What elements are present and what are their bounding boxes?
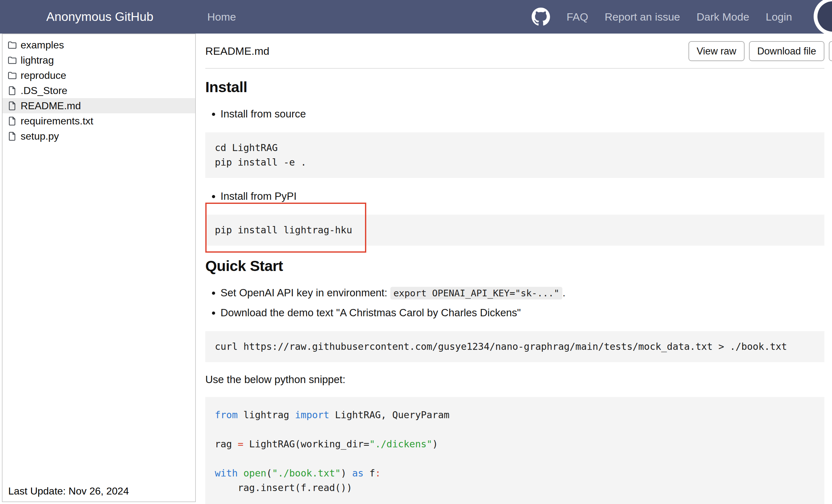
- app-title[interactable]: Anonymous GitHub: [46, 10, 153, 24]
- file-icon: [7, 116, 18, 126]
- python-code-line: from lightrag import LightRAG, QueryPara…: [215, 408, 815, 422]
- file-tree: exampleslightragreproduce.DS_StoreREADME…: [3, 34, 195, 144]
- nav-report-issue[interactable]: Report an issue: [604, 11, 680, 23]
- github-icon[interactable]: [531, 8, 550, 26]
- file-actions: View raw Download file: [688, 41, 824, 61]
- tree-item-setup.py[interactable]: setup.py: [3, 129, 195, 144]
- quickstart-heading: Quick Start: [205, 257, 824, 275]
- tree-item-label: lightrag: [21, 54, 54, 66]
- tree-item-label: README.md: [21, 100, 81, 112]
- python-code-line: rag.insert(f.read()): [215, 481, 815, 495]
- bullet-install-from-source: Install from source: [220, 107, 824, 121]
- cut-off-button[interactable]: [829, 41, 832, 61]
- view-raw-button[interactable]: View raw: [688, 41, 745, 61]
- file-icon: [7, 131, 18, 141]
- code-install-pypi: pip install lightrag-hku: [205, 215, 824, 246]
- nav-dark-mode[interactable]: Dark Mode: [697, 11, 749, 23]
- tree-item-label: .DS_Store: [21, 85, 68, 96]
- python-code-block: from lightrag import LightRAG, QueryPara…: [205, 397, 824, 504]
- file-title: README.md: [205, 45, 269, 57]
- tree-item-lightrag[interactable]: lightrag: [3, 53, 195, 68]
- code-curl-download: curl https://raw.githubusercontent.com/g…: [205, 331, 824, 362]
- file-icon: [7, 101, 18, 111]
- install-source-list: Install from source: [205, 107, 824, 121]
- folder-icon: [7, 55, 18, 65]
- pypi-code-wrap: pip install lightrag-hku: [205, 215, 824, 246]
- inline-code-export-api-key: export OPENAI_API_KEY="sk-...": [390, 287, 563, 300]
- header-divider: [205, 68, 824, 69]
- top-navbar: Anonymous GitHub Home FAQ Report an issu…: [0, 0, 832, 33]
- nav-faq[interactable]: FAQ: [567, 11, 588, 23]
- snippet-intro-text: Use the below python snippet:: [205, 373, 824, 386]
- last-update-label: Last Update: Nov 26, 2024: [8, 485, 129, 497]
- python-code-line: [215, 422, 815, 437]
- bullet-api-key: Set OpenAI API key in environment: expor…: [220, 286, 824, 300]
- install-heading: Install: [205, 78, 824, 95]
- bullet-install-from-pypi: Install from PyPI: [220, 189, 824, 203]
- python-code-line: [215, 451, 815, 466]
- tree-item-reproduce[interactable]: reproduce: [3, 68, 195, 83]
- readme-viewer: README.md View raw Download file Install…: [197, 33, 832, 504]
- folder-icon: [7, 70, 18, 81]
- python-code-line: with open("./book.txt") as f:: [215, 466, 815, 481]
- file-header: README.md View raw Download file: [205, 41, 824, 61]
- tree-item-requirements.txt[interactable]: requirements.txt: [3, 113, 195, 129]
- tree-item-label: requirements.txt: [21, 115, 93, 127]
- avatar-circle[interactable]: [814, 0, 832, 35]
- tree-item-label: setup.py: [21, 131, 59, 142]
- tree-item-README.md[interactable]: README.md: [3, 98, 195, 113]
- install-pypi-list: Install from PyPI: [205, 189, 824, 203]
- python-code-line: rag = LightRAG(working_dir="./dickens"): [215, 437, 815, 451]
- code-install-source: cd LightRAG pip install -e .: [205, 132, 824, 178]
- tree-item-.DS_Store[interactable]: .DS_Store: [3, 83, 195, 98]
- file-tree-sidebar: exampleslightragreproduce.DS_StoreREADME…: [2, 33, 196, 502]
- api-key-suffix: .: [562, 287, 565, 299]
- tree-item-examples[interactable]: examples: [3, 37, 195, 53]
- bullet-download-demo-text: Download the demo text "A Christmas Caro…: [220, 306, 824, 320]
- folder-icon: [7, 40, 18, 50]
- tree-item-label: reproduce: [21, 69, 66, 81]
- download-file-button[interactable]: Download file: [749, 41, 824, 61]
- api-key-text: Set OpenAI API key in environment:: [220, 287, 390, 299]
- nav-home[interactable]: Home: [207, 11, 236, 23]
- navbar-right-links: FAQ Report an issue Dark Mode Login: [531, 8, 792, 26]
- quickstart-list: Set OpenAI API key in environment: expor…: [205, 286, 824, 320]
- tree-item-label: examples: [21, 39, 64, 51]
- nav-login[interactable]: Login: [766, 11, 792, 23]
- file-icon: [7, 85, 18, 96]
